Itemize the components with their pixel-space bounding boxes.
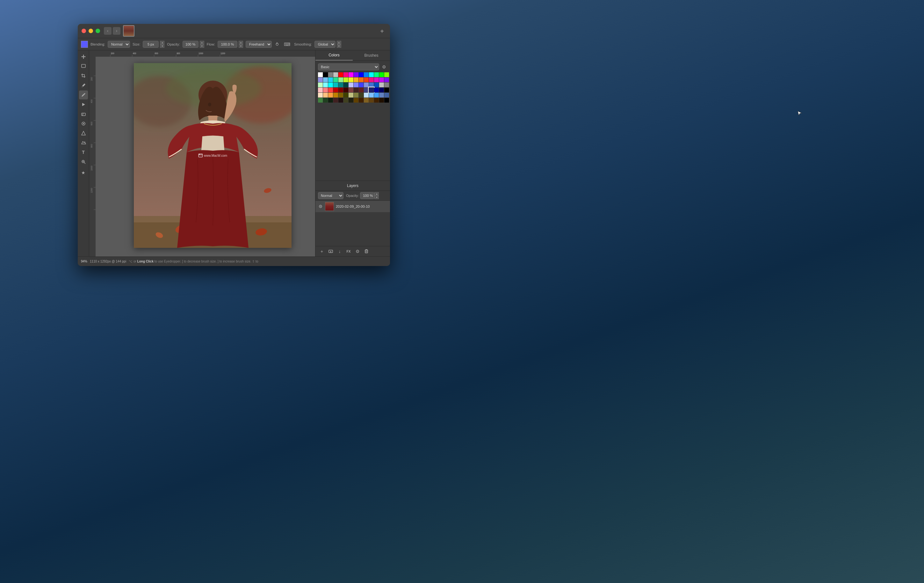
flow-input[interactable] xyxy=(218,41,238,48)
swatch-violet[interactable] xyxy=(354,72,358,77)
swatch-r4-10[interactable] xyxy=(364,87,369,92)
size-down-btn[interactable]: ▼ xyxy=(160,44,164,48)
delete-layer-button[interactable] xyxy=(363,247,370,255)
retouch-tool-btn[interactable] xyxy=(79,119,88,128)
size-up-btn[interactable]: ▲ xyxy=(160,41,164,44)
swatch-r3-1[interactable] xyxy=(318,82,323,87)
canvas-area[interactable]: 200 400 600 800 1000 1200 xyxy=(89,50,315,257)
text-tool-btn[interactable]: T xyxy=(79,148,88,157)
swatch-r3-5[interactable] xyxy=(338,82,343,87)
swatch-r5-6[interactable] xyxy=(343,93,348,97)
swatch-r2-14[interactable] xyxy=(384,77,389,82)
smoothing-down-btn[interactable]: ▼ xyxy=(337,44,341,48)
layer-opacity-input[interactable] xyxy=(360,192,375,199)
path-options-btn[interactable]: ⥁ xyxy=(274,41,280,48)
swatch-silver[interactable] xyxy=(333,72,338,77)
fx-button[interactable]: FX xyxy=(345,247,352,255)
selection-tool-btn[interactable] xyxy=(79,62,88,71)
add-layer-button[interactable]: + xyxy=(318,247,326,255)
swatch-r2-7[interactable] xyxy=(348,77,353,82)
swatch-r6-14[interactable] xyxy=(384,98,389,102)
swatch-black[interactable] xyxy=(323,72,328,77)
layer-opacity-down-btn[interactable]: ▼ xyxy=(375,196,379,199)
shape-tool-btn[interactable] xyxy=(79,129,88,138)
swatch-r6-2[interactable] xyxy=(323,98,328,102)
swatch-r5-9[interactable] xyxy=(359,93,363,97)
swatch-r3-8[interactable] xyxy=(354,82,358,87)
swatch-r5-7[interactable] xyxy=(348,93,353,97)
flow-down-btn[interactable]: ▼ xyxy=(239,44,243,48)
swatch-r2-13[interactable] xyxy=(379,77,384,82)
swatch-white[interactable] xyxy=(318,72,323,77)
swatch-r4-5[interactable] xyxy=(338,87,343,92)
swatch-r2-3[interactable] xyxy=(328,77,333,82)
swatch-r6-11[interactable] xyxy=(369,98,374,102)
colors-preset-select[interactable]: Basic xyxy=(318,63,379,71)
add-group-button[interactable] xyxy=(327,247,335,255)
back-button[interactable]: ‹ xyxy=(104,27,112,35)
swatch-r3-11[interactable] xyxy=(369,82,374,87)
swatch-rose[interactable] xyxy=(343,72,348,77)
forward-button[interactable]: › xyxy=(113,27,120,35)
erase-tool-btn[interactable] xyxy=(79,110,88,119)
pressure-btn[interactable]: ⌨ xyxy=(283,41,292,48)
swatch-r3-6[interactable] xyxy=(343,82,348,87)
swatch-chartreuse[interactable] xyxy=(384,72,389,77)
swatch-r2-1[interactable] xyxy=(318,77,323,82)
swatch-r6-6[interactable] xyxy=(343,98,348,102)
swatch-r2-9[interactable] xyxy=(359,77,363,82)
opacity-up-btn[interactable]: ▲ xyxy=(200,41,204,44)
swatch-cyan[interactable] xyxy=(369,72,374,77)
zoom-tool-btn[interactable] xyxy=(79,157,88,166)
swatch-r5-11[interactable] xyxy=(369,93,374,97)
swatch-r4-14[interactable] xyxy=(384,87,389,92)
swatch-r3-13[interactable] xyxy=(379,82,384,87)
freehand-select[interactable]: Freehand xyxy=(246,41,272,48)
swatch-r5-5[interactable] xyxy=(338,93,343,97)
crop-tool-btn[interactable] xyxy=(79,71,88,80)
swatch-r5-8[interactable] xyxy=(354,93,358,97)
swatch-r4-6[interactable] xyxy=(343,87,348,92)
swatch-r4-2[interactable] xyxy=(323,87,328,92)
swatch-r2-10[interactable] xyxy=(364,77,369,82)
swatch-r2-2[interactable] xyxy=(323,77,328,82)
swatch-r4-13[interactable] xyxy=(379,87,384,92)
colors-gear-button[interactable]: ⚙ xyxy=(380,63,388,71)
canvas-viewport[interactable]: www.MacW.com xyxy=(96,57,315,257)
fill-tool-btn[interactable] xyxy=(79,100,88,109)
swatch-r3-9[interactable] xyxy=(359,82,363,87)
size-input[interactable] xyxy=(143,41,159,48)
swatch-red[interactable] xyxy=(338,72,343,77)
swatch-r5-4[interactable] xyxy=(333,93,338,97)
swatch-r5-13[interactable] xyxy=(379,93,384,97)
smoothing-up-btn[interactable]: ▲ xyxy=(337,41,341,44)
close-button[interactable] xyxy=(82,29,86,33)
smoothing-select[interactable]: Global xyxy=(315,41,335,48)
swatch-r4-8[interactable] xyxy=(354,87,358,92)
layer-settings-button[interactable]: ⚙ xyxy=(354,247,361,255)
swatch-blue[interactable] xyxy=(359,72,363,77)
vector-tool-btn[interactable] xyxy=(79,138,88,147)
effects-tool-btn[interactable]: ★ xyxy=(79,168,88,177)
swatch-r4-12[interactable] xyxy=(374,87,379,92)
swatch-r4-7[interactable] xyxy=(348,87,353,92)
layer-opacity-up-btn[interactable]: ▲ xyxy=(375,192,379,196)
swatch-r4-11-selected[interactable] xyxy=(369,87,374,92)
add-tab-button[interactable]: + xyxy=(378,27,386,35)
swatch-r6-9[interactable] xyxy=(359,98,363,102)
download-layer-button[interactable]: ↓ xyxy=(336,247,343,255)
swatch-r6-4[interactable] xyxy=(333,98,338,102)
blending-select[interactable]: Normal xyxy=(108,41,130,48)
swatch-r3-2[interactable] xyxy=(323,82,328,87)
swatch-r2-6[interactable] xyxy=(343,77,348,82)
swatch-magenta[interactable] xyxy=(348,72,353,77)
swatch-r6-7[interactable] xyxy=(348,98,353,102)
swatch-r6-5[interactable] xyxy=(338,98,343,102)
swatch-r2-8[interactable] xyxy=(354,77,358,82)
swatch-r3-7[interactable] xyxy=(348,82,353,87)
swatch-r5-12[interactable] xyxy=(374,93,379,97)
swatch-r2-11[interactable] xyxy=(369,77,374,82)
minimize-button[interactable] xyxy=(89,29,93,33)
color-swatch[interactable] xyxy=(81,41,88,48)
layer-item[interactable]: 2020-02-09_20-00-10 xyxy=(315,201,390,212)
